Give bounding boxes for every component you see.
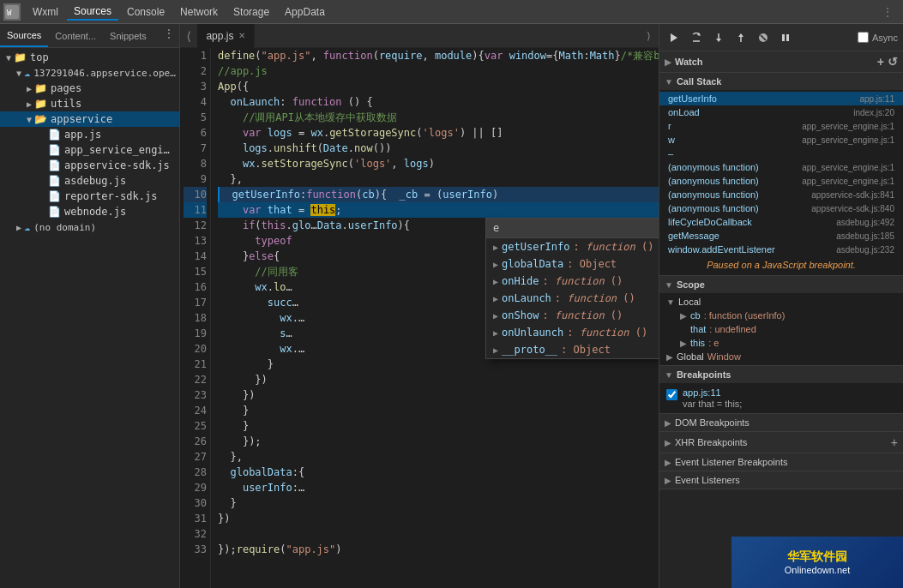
callstack-item-1[interactable]: onLoad index.js:20 <box>659 105 903 119</box>
scope-header[interactable]: ▼ Scope <box>659 276 903 293</box>
menu-appdata[interactable]: AppData <box>278 4 332 20</box>
code-line-33: });require("app.js") <box>218 542 659 557</box>
cs-name-1: onLoad <box>668 107 700 117</box>
callstack-item-2[interactable]: r app_service_engine.js:1 <box>659 119 903 133</box>
tab-content[interactable]: Content... <box>48 24 103 47</box>
event-listeners-header[interactable]: ▶ Event Listeners <box>659 471 903 489</box>
event-listener-arrow: ▶ <box>665 458 671 467</box>
event-listener-header[interactable]: ▶ Event Listener Breakpoints <box>659 453 903 471</box>
callstack-item-11[interactable]: window.addEventListener asdebug.js:232 <box>659 243 903 256</box>
cs-name-11: window.addEventListener <box>668 244 775 255</box>
debug-step-into-btn[interactable] <box>709 28 728 47</box>
callstack-item-4[interactable]: – <box>659 147 903 160</box>
tree-item-utils[interactable]: ▶ 📁 utils <box>0 96 179 111</box>
watermark-text1: 华军软件园 <box>787 549 847 565</box>
code-content[interactable]: define("app.js", function(require, modul… <box>211 48 659 588</box>
autocomplete-item-6[interactable]: ▶ __proto__ : Object <box>486 341 659 358</box>
watermark-text2: Onlinedown.net <box>785 565 850 575</box>
menu-more[interactable]: ⋮ <box>876 6 900 18</box>
callstack-item-5[interactable]: (anonymous function) app_service_engine.… <box>659 160 903 174</box>
xhr-add-btn[interactable]: + <box>891 435 898 449</box>
breakpoints-header[interactable]: ▼ Breakpoints <box>659 366 903 383</box>
tab-close-btn[interactable]: ✕ <box>238 31 245 40</box>
tree-item-top[interactable]: ▼ 📁 top <box>0 50 179 65</box>
watch-actions: + ↺ <box>877 55 898 69</box>
editor-tab-appjs[interactable]: app.js ✕ <box>197 24 255 48</box>
file-icon-appjs: 📄 <box>48 129 61 141</box>
tree-item-appservice[interactable]: ▼ 📂 appservice <box>0 111 179 127</box>
menu-console[interactable]: Console <box>120 4 172 20</box>
watch-refresh-btn[interactable]: ↺ <box>888 55 898 69</box>
tree-item-webnodejs[interactable]: 📄 webnode.js <box>0 204 179 219</box>
autocomplete-item-2[interactable]: ▶ onHide : function () <box>486 273 659 290</box>
tree-label-appservicesdkjs: appservice-sdk.js <box>64 159 170 171</box>
scope-local-header[interactable]: ▼ Local <box>659 295 903 309</box>
tree-item-reportersdkjs[interactable]: 📄 reporter-sdk.js <box>0 189 179 204</box>
async-check[interactable]: Async <box>858 32 898 43</box>
cs-name-9: lifeCycleDoCallback <box>668 217 752 227</box>
debug-pause-btn[interactable] <box>776 28 795 47</box>
autocomplete-item-0[interactable]: ▶ getUserInfo : function () <box>486 238 659 255</box>
code-line-32 <box>218 526 659 542</box>
debug-play-btn[interactable] <box>665 28 683 47</box>
bp-info-0: app.js:11 var that = this; <box>683 387 742 409</box>
debug-step-out-btn[interactable] <box>731 28 750 47</box>
bp-code-0: var that = this; <box>683 399 742 409</box>
callstack-item-3[interactable]: w app_service_engine.js:1 <box>659 133 903 147</box>
callstack-item-10[interactable]: getMessage asdebug.js:185 <box>659 229 903 243</box>
svg-rect-11 <box>782 34 785 41</box>
editor-tab-prev[interactable]: ⟨ <box>180 29 197 43</box>
async-checkbox[interactable] <box>858 32 869 43</box>
scope-local-this[interactable]: ▶ this : e <box>673 336 903 350</box>
menu-wxml[interactable]: Wxml <box>26 4 65 20</box>
callstack-item-0[interactable]: getUserInfo app.js:11 <box>659 92 903 105</box>
tree-item-nodomain[interactable]: ▶ ☁ (no domain) <box>0 219 179 235</box>
code-line-3: App({ <box>218 79 659 94</box>
autocomplete-item-5[interactable]: ▶ onUnlaunch : function () <box>486 324 659 341</box>
tab-sources[interactable]: Sources <box>0 24 48 47</box>
autocomplete-item-3[interactable]: ▶ onLaunch : function () <box>486 290 659 307</box>
dom-breakpoints-header[interactable]: ▶ DOM Breakpoints <box>659 414 903 431</box>
tree-item-appservicesdkjs[interactable]: 📄 appservice-sdk.js <box>0 158 179 173</box>
editor-tab-end[interactable]: ⟩ <box>639 30 659 42</box>
xhr-breakpoints-header[interactable]: ▶ XHR Breakpoints + <box>659 432 903 453</box>
scope-local-cb[interactable]: ▶ cb : function (userInfo) <box>673 309 903 322</box>
debug-step-over-btn[interactable] <box>687 28 706 47</box>
file-icon-appservicesdkjs: 📄 <box>48 159 61 171</box>
main-container: Sources Content... Snippets ⋮ ▼ 📁 top ▼ … <box>0 24 903 588</box>
code-line-28: globalData:{ <box>218 465 659 480</box>
watch-header[interactable]: ▶ Watch + ↺ <box>659 51 903 72</box>
debug-deactivate-btn[interactable] <box>754 28 773 47</box>
callstack-item-8[interactable]: (anonymous function) appservice-sdk.js:8… <box>659 201 903 215</box>
tab-snippets[interactable]: Snippets <box>103 24 154 47</box>
cs-name-2: r <box>668 121 671 131</box>
tree-item-asdebugjs[interactable]: 📄 asdebug.js <box>0 173 179 189</box>
cs-name-3: w <box>668 135 675 145</box>
menu-storage[interactable]: Storage <box>226 4 276 20</box>
menu-sources[interactable]: Sources <box>67 3 118 21</box>
code-area[interactable]: 12345 6789 10 11 12131415 16171819 20212… <box>180 48 659 588</box>
tree-item-cloud[interactable]: ▼ ☁ 137291046.appservice.open.we <box>0 65 179 81</box>
tree-label-appservice: appservice <box>51 113 112 125</box>
tree-item-appjs[interactable]: 📄 app.js <box>0 127 179 142</box>
watermark: 华军软件园 Onlinedown.net <box>731 537 903 588</box>
app-logo: W <box>3 3 21 21</box>
autocomplete-item-1[interactable]: ▶ globalData : Object <box>486 255 659 273</box>
tree-item-appservicejs[interactable]: 📄 app_service_engine.js <box>0 142 179 158</box>
event-listeners-section: ▶ Event Listeners <box>659 471 903 489</box>
bp-checkbox-0[interactable] <box>666 389 677 400</box>
menu-network[interactable]: Network <box>173 4 225 20</box>
autocomplete-dropdown[interactable]: e ▶ getUserInfo : function () ▶ globalDa… <box>485 218 659 359</box>
panel-tab-more[interactable]: ⋮ <box>159 24 179 47</box>
callstack-item-7[interactable]: (anonymous function) appservice-sdk.js:8… <box>659 188 903 201</box>
scope-local-that[interactable]: ▶ that : undefined <box>673 322 903 336</box>
autocomplete-type-6: : Object <box>561 344 611 356</box>
scope-global-header[interactable]: ▶ Global Window <box>659 350 903 363</box>
autocomplete-item-4[interactable]: ▶ onShow : function () <box>486 307 659 324</box>
callstack-header[interactable]: ▼ Call Stack <box>659 73 903 90</box>
callstack-item-6[interactable]: (anonymous function) app_service_engine.… <box>659 174 903 188</box>
tree-item-pages[interactable]: ▶ 📁 pages <box>0 81 179 96</box>
callstack-item-9[interactable]: lifeCycleDoCallback asdebug.js:492 <box>659 215 903 229</box>
watch-add-btn[interactable]: + <box>877 55 884 69</box>
scope-cb-name: cb <box>690 310 701 321</box>
